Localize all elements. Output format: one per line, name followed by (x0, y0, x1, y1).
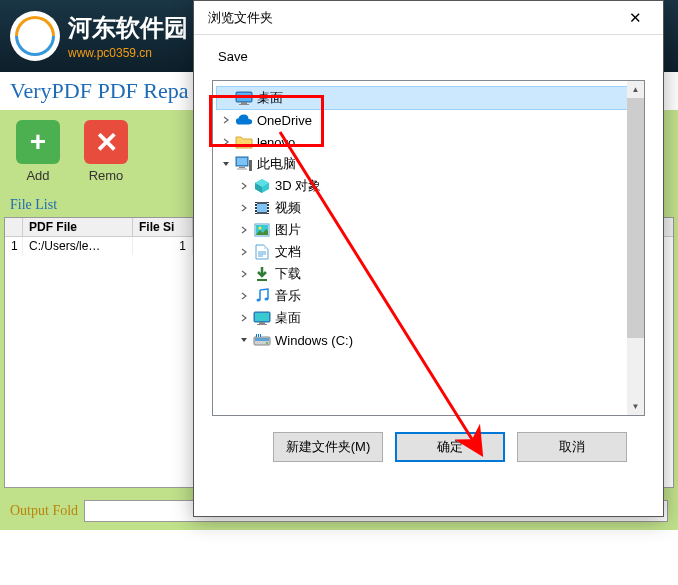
tree-item-label: lenovo (257, 135, 295, 150)
svg-point-28 (257, 299, 261, 302)
tree-item-label: 视频 (275, 199, 301, 217)
vertical-scrollbar[interactable]: ▲ ▼ (627, 81, 644, 415)
tree-item-视频[interactable]: 视频 (217, 197, 640, 219)
tree-item-桌面[interactable]: 桌面 (217, 307, 640, 329)
svg-rect-8 (237, 168, 247, 170)
chevron-right-icon[interactable] (237, 311, 251, 325)
svg-rect-37 (256, 334, 261, 337)
svg-point-29 (265, 298, 269, 301)
svg-rect-18 (267, 206, 269, 207)
tree-item-音乐[interactable]: 音乐 (217, 285, 640, 307)
close-icon: ✕ (629, 9, 642, 27)
chevron-right-icon[interactable] (237, 245, 251, 259)
film-icon (253, 199, 271, 217)
tree-item-label: 下载 (275, 265, 301, 283)
svg-rect-5 (237, 158, 247, 165)
cloud-icon (235, 111, 253, 129)
chevron-right-icon[interactable] (237, 267, 251, 281)
chevron-right-icon[interactable] (237, 223, 251, 237)
tree-item-label: 图片 (275, 221, 301, 239)
tree-item-Windows (C:)[interactable]: Windows (C:) (217, 329, 640, 351)
drive-icon (253, 331, 271, 349)
browse-folder-dialog: 浏览文件夹 ✕ Save 桌面OneDrivelenovo此电脑3D 对象视频图… (193, 0, 664, 517)
svg-rect-19 (267, 209, 269, 210)
tree-item-label: OneDrive (257, 113, 312, 128)
ok-button[interactable]: 确定 (395, 432, 505, 462)
dialog-title: 浏览文件夹 (208, 9, 273, 27)
svg-rect-33 (257, 324, 267, 325)
chevron-down-icon[interactable] (219, 157, 233, 171)
svg-rect-7 (239, 167, 245, 168)
svg-rect-2 (241, 102, 247, 104)
site-name: 河东软件园 (68, 12, 188, 44)
tree-item-label: 音乐 (275, 287, 301, 305)
img-icon (253, 221, 271, 239)
svg-rect-31 (255, 313, 269, 321)
table-header-size[interactable]: File Si (133, 218, 193, 236)
svg-rect-10 (257, 204, 267, 212)
svg-rect-6 (249, 160, 252, 171)
pc-icon (235, 155, 253, 173)
plus-icon: + (16, 120, 60, 164)
desk-icon (253, 309, 271, 327)
tree-item-label: Windows (C:) (275, 333, 353, 348)
folder-tree: 桌面OneDrivelenovo此电脑3D 对象视频图片文档下载音乐桌面Wind… (212, 80, 645, 416)
new-folder-button[interactable]: 新建文件夹(M) (273, 432, 383, 462)
tree-item-label: 此电脑 (257, 155, 296, 173)
svg-rect-20 (267, 212, 269, 213)
box3d-icon (253, 177, 271, 195)
tree-item-下载[interactable]: 下载 (217, 263, 640, 285)
svg-rect-14 (255, 206, 257, 207)
tree-item-OneDrive[interactable]: OneDrive (217, 109, 640, 131)
chevron-right-icon[interactable] (237, 289, 251, 303)
svg-rect-3 (239, 104, 249, 105)
folder-icon (235, 133, 253, 151)
svg-rect-16 (255, 212, 257, 213)
chevron-down-icon[interactable] (237, 333, 251, 347)
svg-point-23 (259, 227, 262, 230)
add-button[interactable]: + Add (16, 120, 60, 183)
remove-button[interactable]: ✕ Remo (84, 120, 128, 183)
expander-empty (219, 91, 233, 105)
monitor-icon (235, 89, 253, 107)
chevron-right-icon[interactable] (219, 113, 233, 127)
tree-item-图片[interactable]: 图片 (217, 219, 640, 241)
cancel-button[interactable]: 取消 (517, 432, 627, 462)
tree-item-lenovo[interactable]: lenovo (217, 131, 640, 153)
svg-rect-32 (259, 322, 265, 324)
dialog-description: Save (218, 49, 645, 64)
tree-item-label: 桌面 (257, 89, 283, 107)
svg-rect-1 (237, 93, 251, 101)
svg-rect-35 (255, 338, 269, 341)
close-button[interactable]: ✕ (617, 6, 653, 30)
table-header-num[interactable] (5, 218, 23, 236)
music-icon (253, 287, 271, 305)
tree-item-3D 对象[interactable]: 3D 对象 (217, 175, 640, 197)
svg-rect-13 (255, 203, 257, 204)
x-icon: ✕ (84, 120, 128, 164)
svg-rect-39 (259, 334, 260, 337)
tree-item-桌面[interactable]: 桌面 (217, 87, 640, 109)
down-icon (253, 265, 271, 283)
chevron-right-icon[interactable] (219, 135, 233, 149)
scroll-thumb[interactable] (627, 98, 644, 338)
dialog-titlebar[interactable]: 浏览文件夹 ✕ (194, 1, 663, 35)
svg-point-36 (266, 342, 268, 344)
scroll-up-button[interactable]: ▲ (627, 81, 644, 98)
chevron-right-icon[interactable] (237, 179, 251, 193)
tree-item-label: 桌面 (275, 309, 301, 327)
doc-icon (253, 243, 271, 261)
tree-item-label: 文档 (275, 243, 301, 261)
site-url: www.pc0359.cn (68, 46, 188, 60)
output-folder-label: Output Fold (10, 503, 78, 519)
chevron-right-icon[interactable] (237, 201, 251, 215)
site-logo (10, 11, 60, 61)
tree-item-此电脑[interactable]: 此电脑 (217, 153, 640, 175)
scroll-down-button[interactable]: ▼ (627, 398, 644, 415)
svg-rect-15 (255, 209, 257, 210)
svg-rect-38 (257, 334, 258, 337)
tree-item-文档[interactable]: 文档 (217, 241, 640, 263)
tree-item-label: 3D 对象 (275, 177, 321, 195)
svg-rect-17 (267, 203, 269, 204)
table-header-file[interactable]: PDF File (23, 218, 133, 236)
